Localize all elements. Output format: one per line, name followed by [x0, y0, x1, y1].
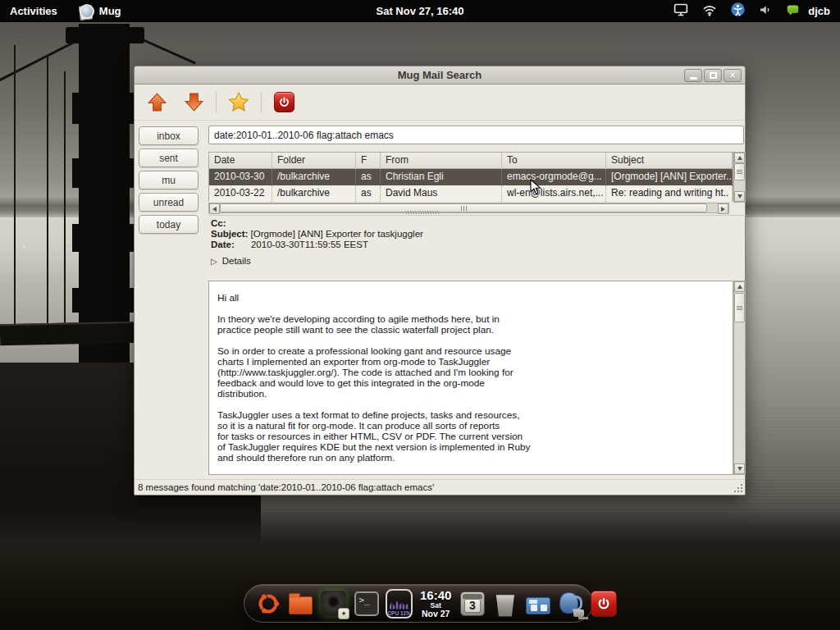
window-title: Mug Mail Search: [135, 69, 745, 81]
sidebar-item-inbox[interactable]: inbox: [139, 126, 199, 145]
chevron-up-icon: [737, 285, 742, 289]
cpu-graph-icon: CPU 11%: [386, 589, 413, 619]
bridge-tower: [79, 24, 130, 372]
top-panel: Activities Mug Sat Nov 27, 16:40 djcb: [0, 0, 840, 22]
column-header-from[interactable]: From: [381, 153, 502, 169]
cc-label: Cc:: [211, 218, 226, 228]
close-icon: ×: [729, 71, 735, 80]
folder-icon: [289, 596, 313, 614]
app-menu[interactable]: Mug: [79, 3, 121, 20]
panels-glyph: [526, 597, 550, 614]
scroll-down-button[interactable]: [734, 463, 745, 474]
arrow-up-icon: [147, 92, 167, 112]
titlebar[interactable]: Mug Mail Search ×: [135, 66, 745, 84]
status-text: 8 messages found matching 'date:2010-01.…: [138, 482, 434, 492]
cpu-monitor-icon[interactable]: CPU 11%: [386, 589, 413, 618]
kettle-app-icon[interactable]: [557, 589, 584, 618]
mug-window: Mug Mail Search × inbox sent mu unread t…: [134, 66, 746, 495]
message-body-view[interactable]: Hi all In theory we're developing accord…: [208, 281, 733, 475]
flag-message-button[interactable]: [224, 89, 253, 116]
calendar-icon[interactable]: 3: [459, 589, 486, 618]
cpu-bars: [390, 600, 409, 609]
search-input[interactable]: [208, 126, 744, 144]
prev-message-button[interactable]: [142, 89, 171, 116]
maximize-icon: [710, 72, 717, 79]
expander-triangle-icon: ▷: [211, 256, 217, 267]
message-headers: Cc: Subject: [Orgmode] [ANN] Exporter fo…: [208, 215, 746, 276]
ubuntu-launcher-icon[interactable]: [254, 589, 281, 618]
panel-clock[interactable]: Sat Nov 27, 16:40: [377, 5, 464, 17]
scrollbar-thumb[interactable]: [220, 203, 707, 212]
terminal-icon[interactable]: >_: [353, 589, 380, 618]
scroll-left-button[interactable]: [209, 203, 220, 214]
dock-clock-time: 16:40: [420, 589, 451, 601]
username-menu[interactable]: djcb: [808, 5, 830, 17]
list-vertical-scrollbar[interactable]: [733, 152, 746, 203]
sidebar-item-today[interactable]: today: [139, 215, 199, 234]
table-row[interactable]: 2010-03-30 /bulkarchive as Christian Egl…: [209, 169, 733, 185]
arrow-down-icon: [184, 92, 204, 112]
cell-flags: as: [356, 185, 381, 202]
accessibility-icon[interactable]: [730, 2, 746, 21]
list-horizontal-scrollbar[interactable]: [208, 203, 729, 213]
wifi-icon[interactable]: [701, 2, 718, 21]
details-expander[interactable]: ▷ Details: [211, 256, 746, 267]
sidebar-item-mu[interactable]: mu: [139, 171, 199, 189]
system-tray: djcb: [673, 2, 840, 21]
column-header-folder[interactable]: Folder: [272, 153, 356, 169]
chat-status-icon[interactable]: [785, 2, 801, 21]
message-list: Date Folder F From To Subject 2010-03-30…: [208, 152, 733, 201]
table-row[interactable]: 2010-03-22 /bulkarchive as David Maus wl…: [209, 185, 733, 202]
app-menu-label: Mug: [99, 5, 121, 17]
chevron-left-icon: [212, 207, 217, 212]
next-message-button[interactable]: [179, 89, 208, 116]
scroll-right-button[interactable]: [718, 203, 728, 214]
minimize-icon: [690, 77, 697, 80]
bridge-cable: [47, 57, 48, 340]
bridge-brace: [72, 224, 136, 252]
trash-can-icon: [495, 593, 515, 617]
activities-button[interactable]: Activities: [0, 5, 69, 17]
close-button[interactable]: ×: [724, 69, 742, 82]
resize-grip[interactable]: [733, 482, 742, 492]
list-header-row: Date Folder F From To Subject: [209, 153, 733, 169]
sidebar-item-unread[interactable]: unread: [139, 193, 199, 212]
cell-subject: Re: reading and writing ht..: [606, 185, 733, 202]
quit-button[interactable]: [269, 89, 299, 116]
cpu-label: CPU 11%: [387, 610, 411, 616]
star-icon: [227, 91, 250, 113]
volume-icon[interactable]: [758, 2, 773, 21]
header-cc-line: Cc:: [211, 218, 746, 229]
sailboats: [23, 245, 25, 248]
shutdown-icon[interactable]: [590, 589, 617, 618]
display-icon[interactable]: [673, 2, 689, 21]
scroll-up-button[interactable]: [734, 153, 745, 163]
file-manager-icon[interactable]: [287, 589, 314, 618]
sidebar-item-sent[interactable]: sent: [139, 148, 199, 167]
bridge-brace: [72, 288, 136, 313]
scrollbar-thumb[interactable]: [734, 293, 745, 322]
date-value: 2010-03-30T11:59:55 EEST: [251, 240, 368, 249]
terminal-prompt-icon: >_: [354, 591, 379, 616]
cell-from: David Maus: [381, 185, 502, 202]
body-vertical-scrollbar[interactable]: [733, 281, 746, 475]
header-date-line: Date: 2010-03-30T11:59:55 EEST: [211, 240, 746, 250]
chevron-down-icon: [737, 467, 742, 471]
column-header-subject[interactable]: Subject: [606, 153, 733, 169]
column-header-to[interactable]: To: [502, 153, 606, 169]
minimize-button[interactable]: [684, 69, 702, 82]
scroll-down-button[interactable]: [734, 191, 745, 202]
cell-to: emacs-orgmode@g...: [502, 169, 606, 185]
scroll-up-button[interactable]: [734, 281, 745, 292]
cell-date: 2010-03-22: [209, 185, 272, 202]
column-header-flags[interactable]: F: [356, 153, 381, 169]
scrollbar-thumb[interactable]: [734, 163, 745, 180]
column-header-date[interactable]: Date: [209, 153, 272, 169]
dock: ✦ >_ CPU 11% 16:40 Sat Nov 27 3: [244, 584, 593, 623]
maximize-button[interactable]: [704, 69, 722, 82]
workspace-panels-icon[interactable]: [524, 589, 551, 618]
trash-icon[interactable]: [491, 589, 518, 618]
music-player-icon[interactable]: ✦: [320, 589, 347, 618]
pane-resize-handle[interactable]: [405, 211, 440, 214]
dock-clock[interactable]: 16:40 Sat Nov 27: [420, 589, 451, 619]
